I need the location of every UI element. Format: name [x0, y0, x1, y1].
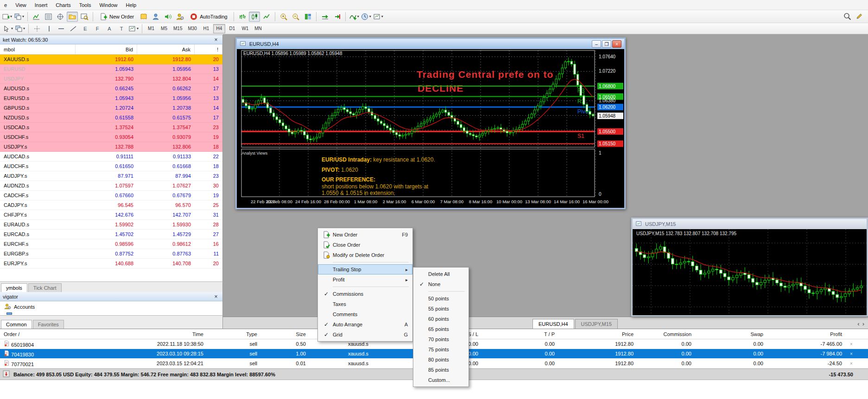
menu-view[interactable]: View	[11, 1, 31, 9]
market-watch-row[interactable]: AUDJPY.s87.97187.99423	[0, 171, 222, 181]
arrows-button[interactable]: ▾	[128, 24, 139, 34]
usdjpy-chart-area[interactable]: USDJPY,M15 132.783 132.807 132.708 132.7…	[633, 229, 867, 315]
data-window-button[interactable]	[55, 12, 66, 22]
menu-window[interactable]: Window	[95, 1, 121, 9]
trendline-button[interactable]	[68, 24, 79, 34]
tab-tick-chart[interactable]: Tick Chart	[28, 283, 62, 292]
text-label-button[interactable]: T	[116, 24, 127, 34]
close-icon[interactable]: ×	[212, 37, 220, 43]
candlestick-button[interactable]	[249, 12, 260, 22]
market-watch-row[interactable]: USDCAD.s1.375241.3754723	[0, 123, 222, 132]
tab-ymbols[interactable]: ymbols	[1, 283, 27, 292]
zoom-in-button[interactable]	[278, 12, 289, 22]
timeframe-h1[interactable]: H1	[200, 24, 212, 33]
zoom-out-button[interactable]	[290, 12, 301, 22]
eurusd-chart-area[interactable]: Trading Central prefe on toDECLINER3R2Pi…	[237, 49, 624, 208]
scroll-left-icon[interactable]: ‹	[857, 320, 859, 327]
column-size[interactable]: Size	[261, 331, 310, 337]
market-watch-row[interactable]: USDCHF.s0.930540.9307919	[0, 132, 222, 142]
expert-advisors-button[interactable]	[150, 12, 161, 22]
vertical-line-button[interactable]	[44, 24, 55, 34]
maximize-icon[interactable]: ❐	[602, 40, 611, 48]
submenu-item-70-points[interactable]: 70 points	[413, 334, 469, 344]
market-watch-row[interactable]: EURUSD1.059431.0595613	[0, 64, 222, 74]
bar-chart-button[interactable]	[237, 12, 248, 22]
column-type[interactable]: Type	[207, 331, 261, 337]
submenu-item-delete-all[interactable]: Delete All	[413, 269, 469, 279]
market-watch-row[interactable]: EURCAD.s1.457021.4572927	[0, 230, 222, 239]
timeframe-h4[interactable]: H4	[213, 24, 225, 33]
navigator-item-accounts[interactable]: Accounts	[0, 301, 222, 312]
navigator-titlebar[interactable]: vigator ×	[0, 292, 222, 301]
usdjpy-candlestick-chart[interactable]: USDJPY,M15 132.783 132.807 132.708 132.7…	[633, 229, 867, 315]
timeframe-mn[interactable]: MN	[252, 24, 264, 33]
column-symbol[interactable]: mbol	[0, 44, 76, 54]
submenu-item-75-points[interactable]: 75 points	[413, 344, 469, 355]
column-spread[interactable]: !	[195, 44, 222, 54]
menu-item-new-order[interactable]: New OrderF9	[318, 230, 412, 240]
line-chart-button[interactable]	[261, 12, 272, 22]
tick-chart-button[interactable]	[31, 12, 42, 22]
column-bid[interactable]: Bid	[76, 44, 137, 54]
menu-tools[interactable]: Tools	[75, 1, 95, 9]
history-center-button[interactable]	[138, 12, 149, 22]
timeframe-m15[interactable]: M15	[171, 24, 184, 33]
submenu-item-50-points[interactable]: 50 points	[413, 293, 469, 304]
horizontal-line-button[interactable]	[56, 24, 67, 34]
menu-item-close-order[interactable]: Close Order	[318, 240, 412, 250]
accounts-button[interactable]	[174, 12, 185, 22]
navigator-button[interactable]	[67, 12, 78, 22]
market-watch-row[interactable]: AUDUSD.s0.662450.6626217	[0, 84, 222, 94]
edit-button[interactable]	[854, 11, 865, 21]
menu-item-grid[interactable]: ✓GridG	[318, 330, 412, 340]
menu-item-profit[interactable]: Profit▸	[318, 274, 412, 285]
draw-cursor-button[interactable]: ▾	[2, 24, 13, 34]
market-watch-row[interactable]: XAUUSD.s1912.601912.8020	[0, 55, 222, 64]
chart-shift-button[interactable]	[331, 12, 342, 22]
new-chart-button[interactable]: ▾	[1, 12, 13, 22]
arrange-windows-button[interactable]	[302, 12, 313, 22]
timeframe-w1[interactable]: W1	[239, 24, 251, 33]
market-watch-row[interactable]: EURAUD.s1.599021.5993028	[0, 220, 222, 230]
market-watch-row[interactable]: EURUSD.s1.059431.0595613	[0, 94, 222, 103]
market-watch-row[interactable]: NZDUSD.s0.615580.6157517	[0, 113, 222, 123]
fibonacci-button[interactable]: F	[92, 24, 103, 34]
submenu-item-none[interactable]: ✓None	[413, 279, 469, 289]
text-button[interactable]: A	[104, 24, 115, 34]
tab-favorites[interactable]: Favorites	[33, 320, 64, 329]
market-watch-titlebar[interactable]: ket Watch: 06:55:30 ×	[0, 35, 222, 44]
menu-insert[interactable]: Insert	[31, 1, 52, 9]
market-watch-row[interactable]: CADJPY.s96.54596.57025	[0, 200, 222, 210]
submenu-item-custom-[interactable]: Custom...	[413, 375, 469, 385]
submenu-item-60-points[interactable]: 60 points	[413, 314, 469, 324]
strategy-tester-button[interactable]	[79, 12, 90, 22]
submenu-item-80-points[interactable]: 80 points	[413, 355, 469, 365]
eurusd-titlebar[interactable]: EURUSD,H4 – ❐ ×	[237, 39, 624, 49]
crosshair-button[interactable]	[32, 24, 43, 34]
close-order-icon[interactable]: ×	[846, 351, 857, 356]
search-button[interactable]	[842, 11, 853, 21]
menu-file-partial[interactable]: e	[0, 1, 11, 9]
submenu-item-65-points[interactable]: 65 points	[413, 324, 469, 334]
scroll-right-icon[interactable]: ›	[862, 320, 864, 327]
market-watch-row[interactable]: EURGBP.s0.877520.8776311	[0, 249, 222, 259]
window-tab-eurusd-h4[interactable]: EURUSD,H4	[532, 319, 574, 329]
close-icon[interactable]: ×	[612, 40, 621, 48]
menu-charts[interactable]: Charts	[51, 1, 75, 9]
column-tp[interactable]: T / P	[482, 331, 558, 337]
close-order-icon[interactable]: ×	[846, 361, 857, 366]
timeframe-d1[interactable]: D1	[226, 24, 238, 33]
menu-item-auto-arrange[interactable]: ✓Auto ArrangeA	[318, 319, 412, 330]
menu-item-commissions[interactable]: ✓Commissions	[318, 289, 412, 299]
market-watch-button[interactable]	[43, 12, 54, 22]
auto-scroll-button[interactable]	[319, 12, 330, 22]
window-tab-usdjpy-m15[interactable]: USDJPY,M15	[575, 319, 618, 329]
menu-item-taxes[interactable]: Taxes	[318, 299, 412, 309]
menu-item-trailing-stop[interactable]: Trailing Stop▸	[318, 264, 412, 274]
market-watch-row[interactable]: AUDNZD.s1.075971.0762730	[0, 181, 222, 191]
market-watch-row[interactable]: CADCHF.s0.676600.6767919	[0, 191, 222, 200]
column-commission[interactable]: Commission	[637, 331, 695, 337]
close-order-icon[interactable]: ×	[846, 342, 857, 347]
close-icon[interactable]: ×	[212, 293, 220, 300]
market-watch-row[interactable]: EURJPY.s140.688140.70820	[0, 259, 222, 268]
